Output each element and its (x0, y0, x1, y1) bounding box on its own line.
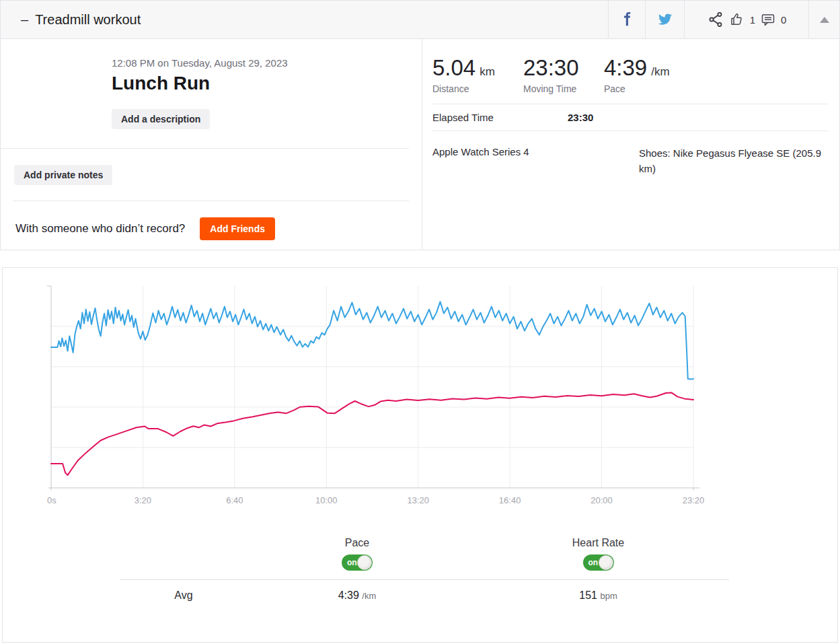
heart-rate-toggle[interactable]: on (583, 554, 614, 571)
header-actions: 1 0 (608, 1, 839, 38)
twitter-share-button[interactable] (645, 1, 684, 38)
twitter-icon (657, 12, 673, 27)
avg-heart-rate-value: 151 bpm (467, 589, 729, 602)
x-tick-label: 10:00 (315, 495, 338, 505)
toggle-knob (357, 555, 372, 570)
device-name: Apple Watch Series 4 (432, 146, 529, 176)
activity-card: – Treadmill workout (0, 0, 840, 250)
stat-distance: 5.04 km Distance (432, 55, 523, 94)
comment-icon (760, 11, 776, 28)
activity-header-title: – Treadmill workout (1, 12, 141, 28)
stat-value: 5.04 (432, 55, 475, 81)
x-tick-label: 6:40 (226, 495, 243, 505)
kudos-group[interactable]: 1 (729, 11, 755, 28)
pace-line (51, 301, 693, 379)
facebook-icon (619, 12, 634, 27)
comments-group[interactable]: 0 (760, 11, 786, 28)
toggle-row: Pace on Heart Rate on (120, 509, 729, 579)
x-tick-label: 20:00 (590, 495, 613, 505)
comment-count: 0 (781, 14, 786, 26)
elapsed-time-row: Elapsed Time 23:30 (432, 104, 829, 131)
collapse-dash-icon[interactable]: – (21, 12, 28, 28)
activity-body: 12:08 PM on Tuesday, August 29, 2023 Lun… (1, 39, 839, 250)
chart-controls: Pace on Heart Rate on Avg 4:39 /km (120, 509, 729, 611)
heart-rate-toggle-cell: Heart Rate on (467, 537, 729, 571)
elapsed-time-value: 23:30 (568, 112, 593, 123)
add-friends-button[interactable]: Add Friends (200, 217, 275, 240)
pace-series-label: Pace (247, 537, 467, 549)
facebook-share-button[interactable] (608, 1, 645, 38)
avg-pace-number: 4:39 (338, 589, 359, 601)
activity-stats-column: 5.04 km Distance 23:30 Moving Time 4:39 (422, 39, 839, 250)
avg-heart-rate-unit: bpm (600, 591, 617, 601)
page-title: Treadmill workout (35, 12, 141, 28)
primary-stats: 5.04 km Distance 23:30 Moving Time 4:39 (432, 55, 829, 94)
collapse-panel-button[interactable] (808, 1, 839, 38)
with-someone-text: With someone who didn’t record? (15, 222, 185, 236)
stat-value: 4:39 (604, 55, 647, 81)
activity-header: – Treadmill workout (1, 1, 839, 39)
stat-label: Moving Time (523, 83, 604, 94)
avg-label: Avg (120, 589, 247, 602)
toggle-on-label: on (347, 558, 357, 567)
gear-row: Apple Watch Series 4 Shoes: Nike Pegasus… (432, 131, 829, 176)
avg-pace-value: 4:39 /km (247, 589, 467, 602)
stat-unit: km (480, 65, 495, 79)
toggle-on-label: on (588, 558, 599, 567)
x-tick-label: 0s (47, 495, 56, 505)
activity-details-column: 12:08 PM on Tuesday, August 29, 2023 Lun… (1, 39, 422, 250)
analysis-card: 0s3:206:4010:0013:2016:4020:0023:20 Pace… (2, 267, 838, 643)
shoes-name: Shoes: Nike Pegasus Flyease SE (205.9 km… (639, 146, 829, 176)
avg-heart-rate-number: 151 (579, 589, 597, 601)
x-tick-label: 23:20 (683, 495, 705, 505)
stat-label: Distance (432, 83, 523, 94)
activity-datetime: 12:08 PM on Tuesday, August 29, 2023 (112, 57, 422, 69)
stat-value: 23:30 (523, 55, 579, 81)
pace-toggle[interactable]: on (342, 554, 373, 571)
pace-toggle-cell: Pace on (247, 537, 467, 571)
share-icon[interactable] (707, 11, 724, 28)
x-tick-label: 3:20 (135, 495, 151, 505)
pace-heart-rate-chart[interactable]: 0s3:206:4010:0013:2016:4020:0023:20 (3, 268, 839, 509)
elapsed-time-label: Elapsed Time (432, 112, 568, 123)
x-tick-label: 16:40 (499, 495, 521, 505)
heart-rate-line (51, 392, 693, 475)
toggle-knob (599, 555, 613, 570)
add-description-button[interactable]: Add a description (112, 109, 210, 129)
add-private-notes-button[interactable]: Add private notes (14, 165, 112, 185)
stat-label: Pace (604, 83, 670, 94)
stat-moving-time: 23:30 Moving Time (523, 55, 604, 94)
x-tick-label: 13:20 (407, 495, 429, 505)
stat-pace: 4:39 /km Pace (604, 55, 670, 94)
stat-unit: /km (651, 65, 669, 79)
heart-rate-series-label: Heart Rate (467, 537, 729, 549)
kudos-count: 1 (750, 14, 755, 26)
chevron-up-icon (820, 17, 829, 23)
thumbs-up-icon (729, 11, 745, 28)
avg-row: Avg 4:39 /km 151 bpm (120, 580, 729, 611)
avg-pace-unit: /km (362, 591, 376, 601)
activity-title: Lunch Run (112, 73, 422, 94)
social-actions: 1 0 (684, 1, 808, 38)
